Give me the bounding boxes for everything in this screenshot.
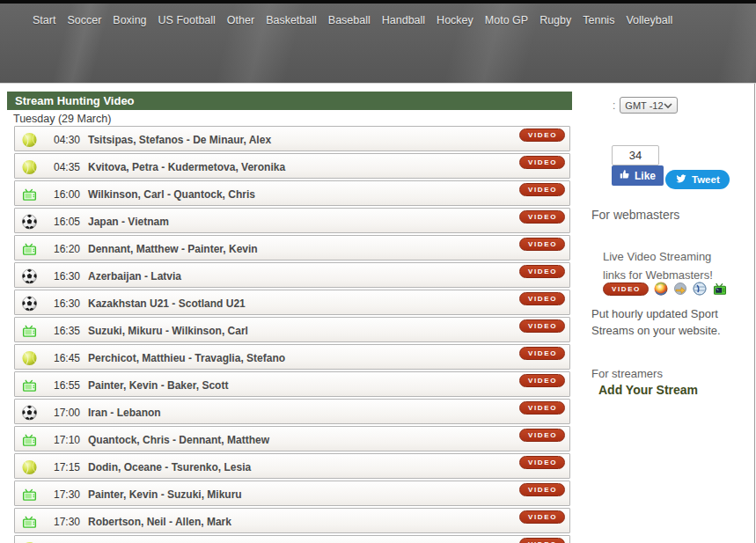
tv-icon <box>21 513 38 530</box>
nav-item-soccer[interactable]: Soccer <box>67 14 101 26</box>
event-time: 16:35 <box>54 325 80 337</box>
nav-item-tennis[interactable]: Tennis <box>583 14 614 26</box>
video-button[interactable]: VIDEO <box>519 156 565 169</box>
event-row: 16:30 Azerbaijan - Latvia VIDEO <box>14 262 570 288</box>
soccer-icon <box>21 268 38 284</box>
nav-item-us-football[interactable]: US Football <box>158 14 216 26</box>
page-content: Stream Hunting Video Tuesday (29 March) … <box>0 84 755 543</box>
nav-item-boxing[interactable]: Boxing <box>113 14 146 26</box>
timezone-label: : <box>613 99 615 112</box>
event-title: Robertson, Neil - Allen, Mark <box>88 516 231 528</box>
nav-item-hockey[interactable]: Hockey <box>437 14 473 26</box>
timezone-select[interactable]: GMT -12 <box>620 97 678 114</box>
tennis-icon <box>21 158 38 175</box>
tennis-icon <box>21 131 38 148</box>
video-button[interactable]: VIDEO <box>519 374 565 387</box>
nav-item-rugby[interactable]: Rugby <box>539 14 571 26</box>
event-time: 17:00 <box>54 407 80 419</box>
video-button[interactable]: VIDEO <box>519 265 565 278</box>
webmasters-note-line2: Streams on your website. <box>591 322 721 339</box>
soccer-icon <box>21 404 38 421</box>
nav-item-baseball[interactable]: Baseball <box>328 14 371 26</box>
video-button[interactable]: VIDEO <box>519 128 565 142</box>
facebook-like-button[interactable]: Like <box>612 165 664 186</box>
event-time: 17:30 <box>54 488 80 501</box>
webmasters-note: Put hourly updated Sport Streams on your… <box>591 305 721 339</box>
event-title: Kazakhstan U21 - Scotland U21 <box>88 297 246 310</box>
event-title: Perchicot, Matthieu - Travaglia, Stefano <box>88 352 285 364</box>
event-title: Wilkinson, Carl - Quantock, Chris <box>88 188 255 201</box>
event-row: 17:15 Dodin, Oceane - Tsurenko, Lesia VI… <box>14 453 570 479</box>
event-row: 17:30 Painter, Kevin - Suzuki, Mikuru VI… <box>14 481 570 506</box>
video-button[interactable]: VIDEO <box>519 292 565 305</box>
soccer-icon <box>21 295 38 312</box>
video-button[interactable]: VIDEO <box>519 483 565 496</box>
event-title: Dodin, Oceane - Tsurenko, Lesia <box>88 461 251 473</box>
globe-icon[interactable] <box>693 282 707 296</box>
video-button[interactable]: VIDEO <box>519 456 565 469</box>
tweet-button[interactable]: Tweet <box>665 170 730 189</box>
video-button[interactable]: VIDEO <box>519 347 565 360</box>
tennis-icon <box>21 349 38 366</box>
video-button[interactable]: VIDEO <box>519 238 565 251</box>
nav-item-start[interactable]: Start <box>33 14 55 26</box>
nav-item-moto-gp[interactable]: Moto GP <box>485 14 528 26</box>
event-title: Iran - Lebanon <box>88 407 161 419</box>
link-arrow-icon[interactable] <box>673 282 687 296</box>
sphere-icon[interactable] <box>654 282 668 296</box>
schedule-date: Tuesday (29 March) <box>13 113 111 125</box>
event-row: 16:00 Wilkinson, Carl - Quantock, Chris … <box>14 180 570 206</box>
tweet-label: Tweet <box>692 174 720 185</box>
event-row: 16:55 Painter, Kevin - Baker, Scott VIDE… <box>14 371 570 397</box>
event-time: 16:55 <box>54 379 80 392</box>
event-title: Kvitova, Petra - Kudermetova, Veronika <box>88 161 285 173</box>
event-title: Japan - Vietnam <box>88 216 169 228</box>
webmasters-pitch: Live Video Streaming links for Webmaster… <box>603 247 713 284</box>
event-row: 16:05 Japan - Vietnam VIDEO <box>14 208 570 233</box>
webmasters-note-line1: Put hourly updated Sport <box>591 305 721 322</box>
video-button[interactable]: VIDEO <box>519 319 565 333</box>
event-row: 17:00 Iran - Lebanon VIDEO <box>14 399 570 424</box>
tv-icon <box>21 322 38 339</box>
tv-icon[interactable] <box>712 281 728 297</box>
event-time: 17:10 <box>54 434 80 446</box>
soccer-icon <box>21 213 38 230</box>
event-title: Painter, Kevin - Suzuki, Mikuru <box>88 488 242 501</box>
video-button[interactable]: VIDEO <box>519 429 565 442</box>
tv-icon <box>21 240 38 257</box>
video-button[interactable]: VIDEO <box>519 183 565 196</box>
add-your-stream-link[interactable]: Add Your Stream <box>598 383 698 397</box>
tv-icon <box>21 486 38 503</box>
facebook-like-count: 34 <box>612 145 659 165</box>
event-title: Dennant, Matthew - Painter, Kevin <box>88 243 258 255</box>
tennis-icon <box>21 459 38 475</box>
video-button[interactable]: VIDEO <box>519 401 565 415</box>
video-badge-link[interactable]: VIDEO <box>603 283 649 296</box>
facebook-like-label: Like <box>635 170 656 182</box>
event-row: 17:10 Quantock, Chris - Dennant, Matthew… <box>14 426 570 451</box>
sidebar: : GMT -12 34 Like Tweet For webmasters L… <box>581 84 754 543</box>
nav-item-volleyball[interactable]: Volleyball <box>626 14 672 26</box>
event-row: 04:35 Kvitova, Petra - Kudermetova, Vero… <box>14 153 570 179</box>
nav-item-handball[interactable]: Handball <box>382 14 425 26</box>
event-title: Azerbaijan - Latvia <box>88 270 181 283</box>
event-row: 17:30 Robertson, Neil - Allen, Mark VIDE… <box>14 508 570 533</box>
event-time: 04:35 <box>54 161 80 173</box>
webmasters-format-icons: VIDEO <box>603 281 728 297</box>
nav-item-other[interactable]: Other <box>227 14 254 26</box>
event-row: VIDEO <box>14 535 570 543</box>
event-row: 16:35 Suzuki, Mikuru - Wilkinson, Carl V… <box>14 317 570 342</box>
event-row: 04:30 Tsitsipas, Stefanos - De Minaur, A… <box>14 126 570 151</box>
tv-icon <box>21 377 38 393</box>
event-title: Quantock, Chris - Dennant, Matthew <box>88 434 269 446</box>
streamers-heading: For streamers <box>591 367 663 380</box>
nav-item-basketball[interactable]: Basketball <box>266 14 317 26</box>
nav-menu: StartSoccerBoxingUS FootballOtherBasketb… <box>0 4 756 26</box>
video-button[interactable]: VIDEO <box>519 538 565 543</box>
webmasters-pitch-line1: Live Video Streaming <box>603 247 713 266</box>
video-button[interactable]: VIDEO <box>519 210 565 224</box>
event-time: 16:20 <box>54 243 80 255</box>
webmasters-heading: For webmasters <box>591 208 679 222</box>
video-button[interactable]: VIDEO <box>519 510 565 524</box>
event-title: Suzuki, Mikuru - Wilkinson, Carl <box>88 325 248 337</box>
